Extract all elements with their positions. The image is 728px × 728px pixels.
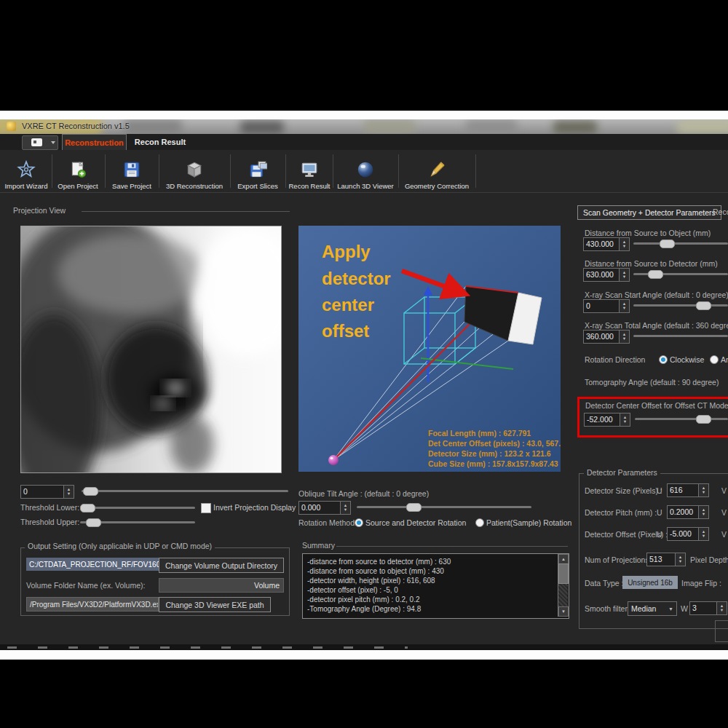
rotation-method-radio-patient[interactable] — [475, 518, 484, 527]
source-to-object-slider[interactable] — [633, 242, 728, 245]
button-label: Change Volume Output Directory — [165, 561, 277, 570]
projection-view-group-line — [82, 211, 290, 212]
detector-center-offset-value: -52.000 — [585, 414, 620, 426]
geometry-3d-view[interactable]: Apply detector center offset Focal Lengt… — [298, 226, 561, 472]
toolbar-separator — [398, 154, 399, 188]
source-to-object-spinner[interactable]: 430.000 ▲▼ — [583, 237, 630, 251]
slider-handle[interactable] — [696, 415, 711, 424]
summary-listbox[interactable]: -distance from source to detector (mm) :… — [302, 553, 569, 619]
scroll-up-icon[interactable]: ▲ — [558, 554, 569, 564]
slider-handle[interactable] — [80, 504, 95, 513]
threshold-upper-slider[interactable] — [80, 521, 195, 523]
frame-index-spinner[interactable]: 0 ▲▼ — [20, 485, 74, 499]
toolbar-button-label: Import Wizard — [4, 182, 47, 190]
slider-handle[interactable] — [660, 240, 675, 248]
smooth-filter-w-value: 3 — [690, 602, 716, 614]
slider-handle[interactable] — [406, 503, 422, 512]
tab-recon-result[interactable]: Recon Result — [130, 134, 191, 149]
star-wizard-icon — [17, 160, 36, 179]
volume-output-path[interactable]: C:/CTDATA_PROJECTION_RF/FOV160x80 — [26, 558, 159, 571]
toolbar-separator — [285, 154, 286, 188]
data-type-value[interactable]: Unsigned 16b — [622, 576, 678, 589]
change-volume-output-button[interactable]: Change Volume Output Directory — [159, 558, 284, 573]
scan-total-angle-spinner[interactable]: 360.000 ▲▼ — [583, 330, 630, 344]
slider-handle[interactable] — [83, 487, 98, 496]
toolbar-button-open-project[interactable]: Open Project — [53, 152, 103, 190]
summary-scrollbar[interactable]: ▲ ▼ — [558, 554, 568, 617]
detector-offset-label: Detector Offset (Pixels) : — [585, 530, 668, 539]
spinner-arrows[interactable]: ▲▼ — [619, 238, 629, 250]
detector-size-u-label: U — [657, 486, 662, 495]
annotation-line: detector — [322, 269, 391, 288]
scroll-down-icon[interactable]: ▼ — [558, 606, 569, 617]
detector-pitch-u-label: U — [657, 508, 662, 517]
spinner-arrows[interactable]: ▲▼ — [619, 331, 629, 343]
spinner-arrows[interactable]: ▲▼ — [716, 602, 727, 614]
spinner-arrows[interactable]: ▲▼ — [675, 553, 685, 566]
tab-scan-geometry[interactable]: Scan Geometry + Detector Parameters — [577, 205, 721, 220]
spinner-arrows[interactable]: ▲▼ — [698, 484, 708, 496]
threshold-lower-slider[interactable] — [80, 507, 195, 509]
toolbar-button-save-project[interactable]: Save Project — [106, 152, 157, 190]
num-projections-spinner[interactable]: 513 ▲▼ — [646, 553, 686, 566]
source-to-object-label: Distance from Source to Object (mm) — [585, 229, 711, 237]
scrollbar-thumb[interactable] — [558, 563, 569, 584]
oblique-tilt-spinner[interactable]: 0.000 ▲▼ — [298, 501, 351, 515]
spinner-arrows[interactable]: ▲▼ — [619, 300, 629, 312]
pencil-icon — [427, 160, 446, 179]
detector-offset-u-spinner[interactable]: -5.000 ▲▼ — [667, 527, 709, 541]
spinner-arrows[interactable]: ▲▼ — [619, 269, 629, 281]
smooth-filter-w-spinner[interactable]: 3 ▲▼ — [689, 601, 727, 615]
num-projections-label: Num of Projections — [585, 555, 649, 564]
frame-index-slider[interactable] — [82, 490, 288, 492]
spinner-arrows[interactable]: ▲▼ — [698, 506, 708, 518]
summary-line: -detector pixel pitch (mm) : 0.2, 0.2 — [307, 595, 557, 604]
pixel-depth-label: Pixel Depth ( — [690, 555, 728, 564]
slider-handle[interactable] — [86, 518, 101, 527]
quick-access-button[interactable] — [22, 135, 58, 150]
detector-center-offset-spinner[interactable]: -52.000 ▲▼ — [584, 413, 630, 427]
rotation-method-radio-source-detector[interactable] — [355, 518, 363, 527]
slider-handle[interactable] — [696, 301, 711, 310]
change-3d-viewer-exe-button[interactable]: Change 3D Viewer EXE path — [159, 597, 271, 612]
frame-index-value: 0 — [21, 486, 63, 498]
toolbar-button-geometry-correction[interactable]: Geometry Correction — [400, 152, 474, 190]
detector-pitch-u-spinner[interactable]: 0.2000 ▲▼ — [667, 505, 709, 519]
projection-image[interactable] — [20, 226, 282, 473]
smooth-filter-dropdown[interactable]: Median ▼ — [628, 601, 677, 616]
oblique-tilt-slider[interactable] — [357, 506, 531, 508]
source-to-detector-slider[interactable] — [633, 273, 728, 275]
toolbar-button-3d-reconstruction[interactable]: 3D Reconstruction — [160, 152, 229, 190]
viewer-exe-path[interactable]: /Program Files/VX3D2/PlatformVX3D.exe — [26, 597, 159, 612]
spinner-arrows[interactable]: ▲▼ — [698, 528, 708, 540]
info-line: Cube Size (mm) : 157.8x157.9x87.43 — [428, 459, 558, 468]
detector-parameters-group-label: Detector Parameters — [584, 468, 660, 477]
slider-handle[interactable] — [648, 270, 663, 279]
spinner-arrows[interactable]: ▲▼ — [63, 486, 74, 498]
rotation-direction-radio-anticlockwise[interactable] — [710, 355, 719, 364]
detector-pitch-u-value: 0.2000 — [668, 506, 698, 518]
spinner-arrows[interactable]: ▲▼ — [620, 414, 630, 426]
volume-folder-input[interactable]: Volume — [159, 578, 284, 593]
toolbar-button-import-wizard[interactable]: Import Wizard — [2, 152, 50, 190]
source-to-object-value: 430.000 — [584, 238, 619, 250]
rotation-direction-radio-clockwise[interactable] — [659, 355, 668, 364]
toolbar-button-export-slices[interactable]: Export Slices — [232, 152, 284, 190]
tab-reconstruction[interactable]: Reconstruction — [62, 134, 127, 150]
notes-icon — [31, 138, 42, 146]
invert-projection-checkbox[interactable] — [201, 503, 211, 513]
detector-center-offset-slider[interactable] — [635, 418, 728, 420]
detector-size-u-spinner[interactable]: 616 ▲▼ — [667, 483, 709, 497]
toolbar-button-recon-result[interactable]: Recon Result — [287, 152, 332, 190]
spinner-arrows[interactable]: ▲▼ — [340, 502, 350, 514]
top-white-strip — [0, 111, 728, 119]
scan-start-angle-slider[interactable] — [633, 304, 728, 306]
tab-recon[interactable]: Recon — [708, 205, 728, 218]
toolbar-button-launch-3d-viewer[interactable]: Launch 3D Viewer — [334, 152, 397, 190]
tab-label: Scan Geometry + Detector Parameters — [583, 208, 716, 217]
scan-start-angle-spinner[interactable]: 0 ▲▼ — [583, 299, 630, 313]
detector-center-offset-label: Detector Center Offset for Offset CT Mod… — [585, 401, 728, 410]
source-to-detector-spinner[interactable]: 630.000 ▲▼ — [583, 268, 630, 282]
scan-total-angle-slider[interactable] — [633, 335, 728, 337]
summary-group-label: Summary — [302, 541, 335, 550]
